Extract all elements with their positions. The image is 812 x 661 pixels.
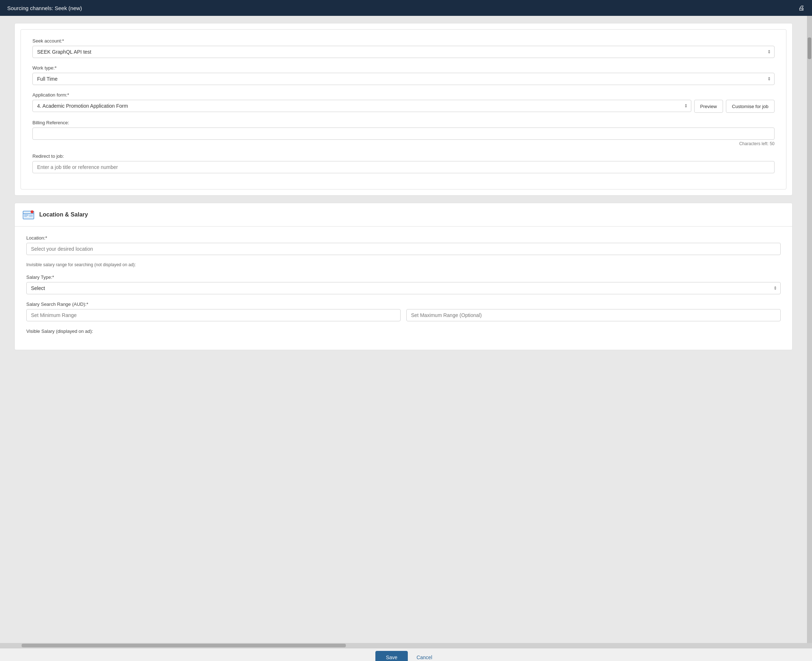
location-salary-card: Location & Salary Location:* Invisible s… [14,203,793,350]
salary-type-group: Salary Type:* Select Annual Package Hour… [26,275,781,294]
salary-range-inputs [26,309,781,321]
seek-account-select[interactable]: SEEK GraphQL API test [32,46,775,58]
cancel-button[interactable]: Cancel [412,651,437,661]
window-title: Sourcing channels: Seek (new) [7,5,82,11]
bottom-bar: Save Cancel [0,648,812,661]
seek-settings-inner: Seek account:* SEEK GraphQL API test Wor… [21,29,786,190]
salary-type-select[interactable]: Select Annual Package Hourly Rate Annual… [26,282,781,294]
horizontal-scrollbar-thumb[interactable] [22,644,346,647]
scrollbar-track[interactable] [807,16,812,643]
invisible-salary-group: Invisible salary range for searching (no… [26,262,781,267]
save-button[interactable]: Save [375,651,408,661]
location-input[interactable] [26,243,781,255]
content-area: Seek account:* SEEK GraphQL API test Wor… [0,16,807,643]
svg-rect-3 [24,215,29,216]
redirect-to-job-input[interactable] [32,161,775,173]
application-form-select[interactable]: 4. Academic Promotion Application Form [32,100,691,112]
application-form-select-wrapper: 4. Academic Promotion Application Form [32,100,691,112]
application-form-group: Application form:* 4. Academic Promotion… [32,92,775,113]
application-form-row: 4. Academic Promotion Application Form P… [32,100,775,113]
seek-settings-card: Seek account:* SEEK GraphQL API test Wor… [14,23,793,196]
location-salary-header: Location & Salary [15,203,792,227]
visible-salary-label: Visible Salary (displayed on ad): [26,329,781,334]
preview-button[interactable]: Preview [694,100,723,113]
seek-account-group: Seek account:* SEEK GraphQL API test [32,38,775,58]
location-group: Location:* [26,235,781,255]
scrollbar-thumb[interactable] [808,37,811,59]
salary-max-input[interactable] [406,309,781,321]
work-type-select-wrapper: Full Time [32,73,775,85]
billing-reference-input[interactable] [32,128,775,140]
svg-rect-4 [24,216,27,217]
print-icon[interactable]: 🖨 [798,4,805,12]
application-form-label: Application form:* [32,92,775,97]
location-salary-form: Location:* Invisible salary range for se… [15,227,792,350]
visible-salary-group: Visible Salary (displayed on ad): [26,329,781,334]
salary-type-select-wrapper: Select Annual Package Hourly Rate Annual… [26,282,781,294]
salary-type-label: Salary Type:* [26,275,781,280]
horizontal-scrollbar[interactable] [0,643,812,648]
chars-left-text: Characters left: 50 [32,141,775,146]
location-salary-icon [22,208,35,221]
salary-search-range-label: Salary Search Range (AUD):* [26,302,781,307]
location-salary-title: Location & Salary [39,211,88,218]
seek-account-label: Seek account:* [32,38,775,43]
work-type-select[interactable]: Full Time [32,73,775,85]
work-type-group: Work type:* Full Time [32,65,775,85]
svg-point-5 [30,210,34,213]
redirect-to-job-label: Redirect to job: [32,153,775,159]
salary-search-range-group: Salary Search Range (AUD):* [26,302,781,321]
billing-reference-label: Billing Reference: [32,120,775,125]
invisible-salary-label: Invisible salary range for searching (no… [26,262,781,267]
title-bar: Sourcing channels: Seek (new) 🖨 [0,0,812,16]
seek-account-select-wrapper: SEEK GraphQL API test [32,46,775,58]
work-type-label: Work type:* [32,65,775,70]
salary-min-input[interactable] [26,309,400,321]
customise-for-job-button[interactable]: Customise for job [726,100,775,113]
svg-rect-6 [29,215,33,217]
redirect-to-job-group: Redirect to job: [32,153,775,173]
billing-reference-group: Billing Reference: Characters left: 50 [32,120,775,146]
seek-form-section: Seek account:* SEEK GraphQL API test Wor… [21,30,786,189]
location-label: Location:* [26,235,781,241]
